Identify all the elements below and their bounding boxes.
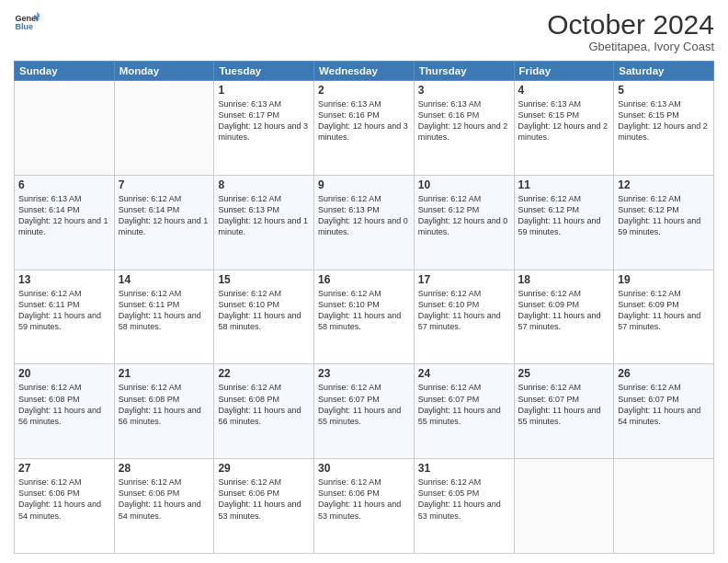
calendar-week-row: 27Sunrise: 6:12 AMSunset: 6:06 PMDayligh…	[15, 459, 714, 554]
cell-daylight-info: Sunrise: 6:12 AMSunset: 6:10 PMDaylight:…	[218, 288, 310, 333]
calendar-table: SundayMondayTuesdayWednesdayThursdayFrid…	[14, 61, 714, 554]
day-number: 3	[418, 84, 510, 97]
cell-daylight-info: Sunrise: 6:12 AMSunset: 6:08 PMDaylight:…	[18, 382, 110, 427]
cell-daylight-info: Sunrise: 6:13 AMSunset: 6:14 PMDaylight:…	[18, 193, 110, 238]
weekday-header-wednesday: Wednesday	[314, 62, 415, 81]
generalblue-icon: General Blue	[14, 9, 40, 35]
calendar-week-row: 20Sunrise: 6:12 AMSunset: 6:08 PMDayligh…	[15, 364, 714, 459]
calendar-cell: 22Sunrise: 6:12 AMSunset: 6:08 PMDayligh…	[214, 364, 314, 459]
cell-daylight-info: Sunrise: 6:12 AMSunset: 6:06 PMDaylight:…	[318, 477, 410, 522]
weekday-header-tuesday: Tuesday	[214, 62, 314, 81]
day-number: 17	[418, 273, 510, 286]
day-number: 9	[318, 178, 410, 191]
calendar-cell: 28Sunrise: 6:12 AMSunset: 6:06 PMDayligh…	[114, 459, 214, 554]
calendar-week-row: 13Sunrise: 6:12 AMSunset: 6:11 PMDayligh…	[15, 270, 714, 364]
calendar-cell: 3Sunrise: 6:13 AMSunset: 6:16 PMDaylight…	[414, 81, 514, 176]
day-number: 23	[318, 367, 410, 380]
logo: General Blue	[14, 9, 40, 35]
calendar-cell: 21Sunrise: 6:12 AMSunset: 6:08 PMDayligh…	[114, 364, 214, 459]
cell-daylight-info: Sunrise: 6:12 AMSunset: 6:08 PMDaylight:…	[119, 382, 210, 427]
day-number: 10	[418, 178, 510, 191]
calendar-cell	[514, 459, 614, 554]
weekday-header-saturday: Saturday	[614, 62, 714, 81]
cell-daylight-info: Sunrise: 6:12 AMSunset: 6:12 PMDaylight:…	[418, 193, 510, 238]
calendar-cell: 27Sunrise: 6:12 AMSunset: 6:06 PMDayligh…	[15, 459, 115, 554]
cell-daylight-info: Sunrise: 6:12 AMSunset: 6:08 PMDaylight:…	[218, 382, 310, 427]
calendar-cell: 10Sunrise: 6:12 AMSunset: 6:12 PMDayligh…	[414, 175, 514, 270]
cell-daylight-info: Sunrise: 6:12 AMSunset: 6:06 PMDaylight:…	[218, 477, 310, 522]
cell-daylight-info: Sunrise: 6:13 AMSunset: 6:15 PMDaylight:…	[518, 98, 610, 144]
day-number: 25	[518, 367, 610, 380]
cell-daylight-info: Sunrise: 6:12 AMSunset: 6:07 PMDaylight:…	[418, 382, 510, 427]
calendar-cell	[614, 459, 714, 554]
calendar-week-row: 1Sunrise: 6:13 AMSunset: 6:17 PMDaylight…	[15, 81, 714, 176]
title-block: October 2024 Gbetitapea, Ivory Coast	[547, 9, 714, 53]
cell-daylight-info: Sunrise: 6:12 AMSunset: 6:06 PMDaylight:…	[119, 477, 210, 522]
calendar-cell: 26Sunrise: 6:12 AMSunset: 6:07 PMDayligh…	[614, 364, 714, 459]
calendar-cell: 15Sunrise: 6:12 AMSunset: 6:10 PMDayligh…	[214, 270, 314, 364]
calendar-cell: 17Sunrise: 6:12 AMSunset: 6:10 PMDayligh…	[414, 270, 514, 364]
cell-daylight-info: Sunrise: 6:12 AMSunset: 6:07 PMDaylight:…	[618, 382, 710, 427]
calendar-cell: 9Sunrise: 6:12 AMSunset: 6:13 PMDaylight…	[314, 175, 415, 270]
day-number: 15	[218, 273, 310, 286]
day-number: 13	[18, 273, 110, 286]
cell-daylight-info: Sunrise: 6:12 AMSunset: 6:11 PMDaylight:…	[18, 288, 110, 333]
calendar-cell: 25Sunrise: 6:12 AMSunset: 6:07 PMDayligh…	[514, 364, 614, 459]
calendar-cell: 20Sunrise: 6:12 AMSunset: 6:08 PMDayligh…	[15, 364, 115, 459]
cell-daylight-info: Sunrise: 6:12 AMSunset: 6:13 PMDaylight:…	[318, 193, 410, 238]
svg-marker-3	[37, 12, 40, 17]
day-number: 20	[18, 367, 110, 380]
cell-daylight-info: Sunrise: 6:12 AMSunset: 6:05 PMDaylight:…	[418, 477, 510, 522]
calendar-cell: 12Sunrise: 6:12 AMSunset: 6:12 PMDayligh…	[614, 175, 714, 270]
cell-daylight-info: Sunrise: 6:12 AMSunset: 6:11 PMDaylight:…	[119, 288, 210, 333]
cell-daylight-info: Sunrise: 6:12 AMSunset: 6:12 PMDaylight:…	[618, 193, 710, 238]
page: General Blue October 2024 Gbetitapea, Iv…	[0, 0, 728, 563]
day-number: 4	[518, 84, 610, 97]
day-number: 11	[518, 178, 610, 191]
calendar-cell: 6Sunrise: 6:13 AMSunset: 6:14 PMDaylight…	[15, 175, 115, 270]
day-number: 12	[618, 178, 710, 191]
location-subtitle: Gbetitapea, Ivory Coast	[547, 40, 714, 53]
day-number: 29	[218, 462, 310, 475]
day-number: 19	[618, 273, 710, 286]
calendar-cell: 31Sunrise: 6:12 AMSunset: 6:05 PMDayligh…	[414, 459, 514, 554]
calendar-cell: 16Sunrise: 6:12 AMSunset: 6:10 PMDayligh…	[314, 270, 415, 364]
weekday-header-sunday: Sunday	[15, 62, 115, 81]
day-number: 16	[318, 273, 410, 286]
day-number: 27	[18, 462, 110, 475]
weekday-header-thursday: Thursday	[414, 62, 514, 81]
cell-daylight-info: Sunrise: 6:12 AMSunset: 6:10 PMDaylight:…	[418, 288, 510, 333]
calendar-cell: 13Sunrise: 6:12 AMSunset: 6:11 PMDayligh…	[15, 270, 115, 364]
day-number: 31	[418, 462, 510, 475]
calendar-cell: 11Sunrise: 6:12 AMSunset: 6:12 PMDayligh…	[514, 175, 614, 270]
cell-daylight-info: Sunrise: 6:13 AMSunset: 6:16 PMDaylight:…	[318, 98, 410, 144]
day-number: 5	[618, 84, 710, 97]
calendar-week-row: 6Sunrise: 6:13 AMSunset: 6:14 PMDaylight…	[15, 175, 714, 270]
day-number: 1	[218, 84, 310, 97]
day-number: 28	[119, 462, 210, 475]
day-number: 30	[318, 462, 410, 475]
month-title: October 2024	[547, 9, 714, 40]
cell-daylight-info: Sunrise: 6:12 AMSunset: 6:07 PMDaylight:…	[318, 382, 410, 427]
calendar-cell: 24Sunrise: 6:12 AMSunset: 6:07 PMDayligh…	[414, 364, 514, 459]
weekday-header-row: SundayMondayTuesdayWednesdayThursdayFrid…	[15, 62, 714, 81]
calendar-cell: 23Sunrise: 6:12 AMSunset: 6:07 PMDayligh…	[314, 364, 415, 459]
calendar-cell: 2Sunrise: 6:13 AMSunset: 6:16 PMDaylight…	[314, 81, 415, 176]
cell-daylight-info: Sunrise: 6:13 AMSunset: 6:15 PMDaylight:…	[618, 98, 710, 144]
cell-daylight-info: Sunrise: 6:12 AMSunset: 6:12 PMDaylight:…	[518, 193, 610, 238]
cell-daylight-info: Sunrise: 6:12 AMSunset: 6:09 PMDaylight:…	[618, 288, 710, 333]
calendar-cell: 8Sunrise: 6:12 AMSunset: 6:13 PMDaylight…	[214, 175, 314, 270]
cell-daylight-info: Sunrise: 6:12 AMSunset: 6:09 PMDaylight:…	[518, 288, 610, 333]
day-number: 6	[18, 178, 110, 191]
calendar-cell: 4Sunrise: 6:13 AMSunset: 6:15 PMDaylight…	[514, 81, 614, 176]
cell-daylight-info: Sunrise: 6:12 AMSunset: 6:14 PMDaylight:…	[119, 193, 210, 238]
calendar-cell: 7Sunrise: 6:12 AMSunset: 6:14 PMDaylight…	[114, 175, 214, 270]
day-number: 2	[318, 84, 410, 97]
day-number: 21	[119, 367, 210, 380]
calendar-cell: 1Sunrise: 6:13 AMSunset: 6:17 PMDaylight…	[214, 81, 314, 176]
weekday-header-monday: Monday	[114, 62, 214, 81]
day-number: 8	[218, 178, 310, 191]
day-number: 7	[119, 178, 210, 191]
calendar-cell: 18Sunrise: 6:12 AMSunset: 6:09 PMDayligh…	[514, 270, 614, 364]
cell-daylight-info: Sunrise: 6:12 AMSunset: 6:10 PMDaylight:…	[318, 288, 410, 333]
